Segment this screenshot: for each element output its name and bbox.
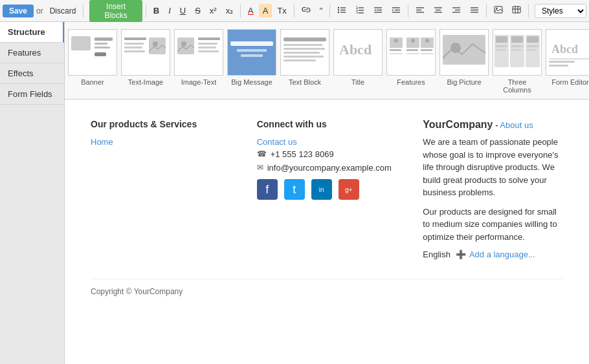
image-icon [494,5,503,14]
underline-button[interactable]: U [176,4,190,18]
bold-button[interactable]: B [150,4,163,18]
svg-rect-4 [338,12,339,13]
list-ol-button[interactable]: 1. 2. 3. [351,3,368,19]
toolbar: Save or Discard Insert Blocks B I U S x²… [0,0,589,22]
indent-button[interactable] [388,3,405,19]
subscript-button[interactable]: x₂ [222,4,238,18]
or-label: or [36,6,43,16]
align-left-button[interactable] [412,3,428,19]
sep-7 [486,5,487,17]
indent-icon [392,5,401,14]
sep-1 [83,5,83,17]
svg-rect-2 [338,9,339,10]
svg-point-31 [496,8,497,9]
align-center-icon [434,5,443,14]
sep-4 [294,5,294,17]
clear-format-button[interactable]: Tx [273,4,290,18]
quote-button[interactable]: " [316,4,327,18]
table-insert-button[interactable] [508,3,525,19]
align-justify-button[interactable] [466,3,483,19]
link-icon [302,5,311,14]
discard-button[interactable]: Discard [46,5,80,17]
table-icon [512,5,521,14]
link-button[interactable] [298,3,315,19]
svg-rect-0 [338,7,339,8]
image-insert-button[interactable] [490,3,507,19]
outdent-button[interactable] [370,3,386,19]
insert-blocks-button[interactable]: Insert Blocks [89,0,142,22]
align-center-button[interactable] [430,3,447,19]
align-right-button[interactable] [448,3,465,19]
svg-text:3.: 3. [356,10,359,14]
list-ul-icon [337,5,346,14]
save-button[interactable]: Save [3,5,34,17]
sep-3 [240,5,241,17]
sep-8 [528,5,529,17]
outdent-icon [373,5,383,14]
sep-5 [329,5,330,17]
align-justify-icon [470,5,479,14]
sep-6 [408,5,408,17]
superscript-button[interactable]: x² [206,4,221,18]
styles-select[interactable]: Styles [535,4,586,18]
italic-button[interactable]: I [164,4,175,18]
align-left-icon [416,5,425,14]
font-color-button[interactable]: A [244,4,258,18]
list-ol-icon: 1. 2. 3. [355,5,364,14]
align-right-icon [452,5,461,14]
sep-2 [146,5,146,17]
list-ul-button[interactable] [333,3,350,19]
bg-color-button[interactable]: A [259,4,272,18]
svg-rect-32 [513,6,520,13]
strikethrough-button[interactable]: S [191,4,205,18]
